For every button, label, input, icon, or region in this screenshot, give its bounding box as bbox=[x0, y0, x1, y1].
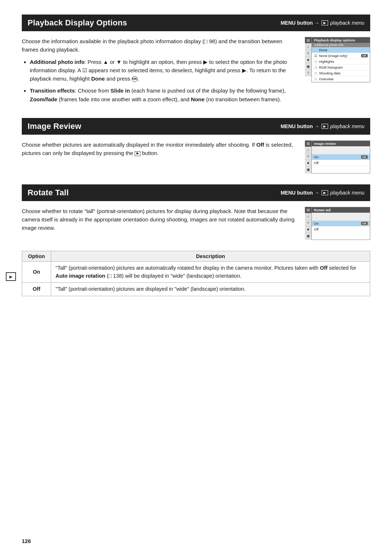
cam-wrapper-rotate-tall: ▤ ⌂ Y ■ ▣ Rotate tall On OK Off bbox=[305, 207, 370, 240]
cam-sidebar-icon-6: ? bbox=[305, 70, 311, 76]
cam-item-none: ☑ None (image only) OK bbox=[312, 53, 370, 59]
cam-item-on-review: On OK bbox=[312, 154, 370, 160]
menu-path-label-2: playback menu bbox=[330, 123, 364, 129]
table-body: On "Tall" (portrait-orientation) picture… bbox=[22, 261, 370, 296]
section-header-rotate-tall: Rotate Tall MENU button → ▶ playback men… bbox=[22, 184, 370, 201]
cam-item-highlights: □ Highlights bbox=[312, 59, 370, 65]
arrow-icon: → bbox=[314, 20, 319, 26]
cam-item-shooting: □ Shooting data bbox=[312, 70, 370, 76]
section-rotate-tall: Rotate Tall MENU button → ▶ playback men… bbox=[22, 184, 370, 296]
cam-sidebar-icon-5: ▣ bbox=[305, 63, 311, 70]
cam-spacer-review bbox=[312, 146, 370, 154]
menu-keyword-3: MENU button bbox=[281, 190, 313, 196]
playback-bullets: Additional photo info: Press ▲ or ▼ to h… bbox=[22, 58, 298, 103]
menu-path-rotate-tall: MENU button → ▶ playback menu bbox=[281, 190, 364, 196]
check-shooting: □ bbox=[314, 72, 318, 75]
section-header-playback: Playback Display Options MENU button → ▶… bbox=[22, 15, 370, 31]
cam-spacer-bottom-review bbox=[312, 166, 370, 173]
menu-path-playback: MENU button → ▶ playback menu bbox=[281, 20, 364, 26]
cam-spacer-rotate bbox=[312, 213, 370, 221]
playback-button-icon: ▶ bbox=[6, 272, 16, 281]
cam-item-off-review: Off bbox=[312, 160, 370, 166]
section-title-image-review: Image Review bbox=[28, 122, 81, 131]
item-label-off-review: Off bbox=[314, 161, 319, 165]
col-option-header: Option bbox=[22, 251, 51, 261]
cam-screen-image-review: Image review On OK Off bbox=[311, 140, 370, 174]
table-head: Option Description bbox=[22, 251, 370, 261]
check-none: ☑ bbox=[314, 54, 318, 58]
section-image-review: Image Review MENU button → ▶ playback me… bbox=[22, 118, 370, 174]
cam-screen-title-review: Image review bbox=[312, 141, 370, 146]
menu-path-label: playback menu bbox=[330, 20, 364, 26]
cam-sidebar-rotate: ▤ ⌂ Y ■ ▣ bbox=[305, 207, 311, 240]
menu-path-image-review: MENU button → ▶ playback menu bbox=[281, 123, 364, 129]
section-body-rotate-tall: Choose whether to rotate "tall" (portrai… bbox=[22, 207, 370, 240]
cam-item-overview: □ Overview bbox=[312, 76, 370, 82]
item-label-overview: Overview bbox=[319, 77, 334, 81]
cam-item-on-rotate: On OK bbox=[312, 221, 370, 227]
section-title-rotate-tall: Rotate Tall bbox=[28, 188, 69, 197]
ok-badge-on-rotate: OK bbox=[361, 222, 368, 225]
playback-menu-icon: ▶ bbox=[322, 20, 328, 25]
playback-btn-inline: ▶ bbox=[135, 151, 140, 156]
bullet-label-2: Transition effects bbox=[30, 87, 75, 94]
cam-sidebar-review-5: ▣ bbox=[305, 167, 311, 173]
cam-sidebar-icon-4: ■ bbox=[305, 57, 311, 63]
item-label-rgb: RGB histogram bbox=[319, 65, 343, 69]
table-row-on: On "Tall" (portrait-orientation) picture… bbox=[22, 261, 370, 283]
cam-screen-playback: Playback display options Additional phot… bbox=[311, 37, 370, 82]
option-on: On bbox=[22, 261, 51, 283]
cam-sidebar-icon-2: ⌂ bbox=[305, 44, 311, 50]
item-label-shooting: Shooting data bbox=[319, 71, 340, 75]
option-off: Off bbox=[22, 283, 51, 296]
item-label-on-rotate: On bbox=[314, 221, 319, 225]
item-label-done: Done bbox=[319, 48, 327, 52]
section-text-image-review: Choose whether pictures are automaticall… bbox=[22, 140, 298, 174]
menu-keyword-2: MENU button bbox=[281, 123, 313, 129]
arrow-icon-3: → bbox=[314, 190, 319, 196]
cam-wrapper-image-review: ▤ ⌂ Y ■ ▣ Image review On OK Off bbox=[305, 140, 370, 174]
cam-screen-subtitle-playback: Additional photo info bbox=[312, 43, 370, 47]
playback-menu-icon-3: ▶ bbox=[322, 190, 328, 195]
item-label-on-review: On bbox=[314, 155, 319, 159]
cam-sidebar-rotate-2: ⌂ bbox=[305, 213, 311, 220]
bullet-label-1: Additional photo info bbox=[30, 59, 85, 65]
menu-keyword: MENU button bbox=[281, 20, 313, 26]
cam-sidebar-rotate-4: ■ bbox=[305, 227, 311, 233]
cam-sidebar-rotate-3: Y bbox=[305, 220, 311, 227]
page-number: 126 bbox=[22, 538, 31, 544]
ok-badge-on-review: OK bbox=[361, 155, 368, 159]
playback-intro: Choose the information available in the … bbox=[22, 37, 298, 54]
cam-sidebar-icon-3: Y bbox=[305, 50, 311, 57]
bullet-transition-effects: Transition effects: Choose from Slide in… bbox=[30, 86, 298, 103]
cam-screen-title-playback: Playback display options bbox=[312, 37, 370, 43]
item-label-highlights: Highlights bbox=[319, 60, 334, 64]
screenshot-image-review: ▤ ⌂ Y ■ ▣ Image review On OK Off bbox=[305, 140, 370, 174]
cam-sidebar-rotate-5: ▣ bbox=[305, 233, 311, 240]
cam-sidebar-review-3: Y bbox=[305, 154, 311, 160]
image-review-text: Choose whether pictures are automaticall… bbox=[22, 140, 298, 158]
section-body-image-review: Choose whether pictures are automaticall… bbox=[22, 140, 370, 174]
col-description-header: Description bbox=[51, 251, 370, 261]
cam-spacer-bottom-rotate bbox=[312, 232, 370, 240]
description-on: "Tall" (portrait-orientation) pictures a… bbox=[51, 261, 370, 283]
section-title-playback: Playback Display Options bbox=[28, 18, 127, 28]
cam-item-off-rotate: Off bbox=[312, 227, 370, 232]
cam-sidebar-review: ▤ ⌂ Y ■ ▣ bbox=[305, 140, 311, 174]
cam-wrapper-playback: ▤ ⌂ Y ■ ▣ ? Playback display options Add… bbox=[305, 37, 370, 82]
cam-sidebar-icon-1: ▤ bbox=[305, 37, 311, 44]
section-playback-display-options: Playback Display Options MENU button → ▶… bbox=[22, 15, 370, 107]
rotate-tall-text: Choose whether to rotate "tall" (portrai… bbox=[22, 207, 298, 232]
item-label-off-rotate: Off bbox=[314, 227, 319, 231]
description-off: "Tall" (portrait-orientation) pictures a… bbox=[51, 283, 370, 296]
rotate-tall-options-table: Option Description On "Tall" (portrait-o… bbox=[22, 251, 370, 296]
check-rgb: □ bbox=[314, 66, 318, 69]
cam-screen-title-rotate: Rotate tall bbox=[312, 207, 370, 213]
cam-sidebar-review-4: ■ bbox=[305, 160, 311, 167]
playback-menu-icon-2: ▶ bbox=[322, 124, 328, 129]
section-body-playback: Choose the information available in the … bbox=[22, 37, 370, 107]
table-row-off: Off "Tall" (portrait-orientation) pictur… bbox=[22, 283, 370, 296]
check-highlights: □ bbox=[314, 60, 318, 64]
bullet-additional-photo-info: Additional photo info: Press ▲ or ▼ to h… bbox=[30, 58, 298, 83]
section-header-image-review: Image Review MENU button → ▶ playback me… bbox=[22, 118, 370, 135]
